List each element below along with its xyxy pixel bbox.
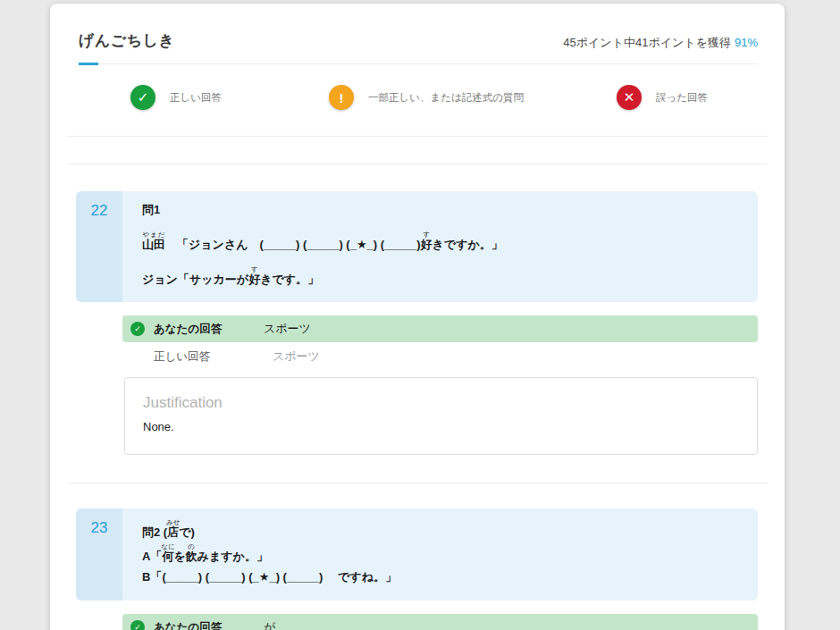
justification-label: Justification (143, 394, 739, 412)
question-block-23: 23 問2 (店みせで) A「何なにを飲のみますか。」 B「(_____) (_… (76, 508, 758, 601)
check-circle-icon: ✓ (130, 322, 145, 336)
results-header: げんごちしき 45ポイント中41ポイントを獲得91% (50, 4, 785, 51)
question-divider (67, 483, 768, 483)
your-answer-value: が (264, 619, 275, 630)
answers-section-23: ✓ あなたの回答 が 正しい回答 が (122, 614, 758, 630)
your-answer-label: あなたの回答 (154, 322, 264, 337)
correct-answer-value: スポーツ (273, 349, 320, 365)
score-text: 45ポイント中41ポイントを獲得 (563, 36, 731, 49)
your-answer-bar: ✓ あなたの回答 が (122, 614, 758, 630)
legend: ✓ 正しい回答 ! 一部正しい、または記述式の質問 ✕ 誤った回答 (67, 65, 768, 137)
check-circle-icon: ✓ (130, 620, 145, 630)
answers-section-22: ✓ あなたの回答 スポーツ 正しい回答 スポーツ Justification N… (122, 315, 758, 455)
justification-box: Justification None. (124, 377, 758, 455)
legend-label-partial: 一部正しい、または記述式の質問 (368, 91, 524, 105)
score-percent: 91% (735, 36, 758, 49)
legend-label-wrong: 誤った回答 (656, 91, 708, 105)
section-divider-strip (67, 137, 768, 164)
question-block-22: 22 問1 山田やまだ 「ジョンさん (_____) (_____) (_★_)… (76, 191, 758, 302)
question-text-line: B「(_____) (_____) (_★_) (_____) ですね。」 (142, 568, 740, 586)
check-circle-icon: ✓ (130, 85, 155, 110)
legend-item-wrong: ✕ 誤った回答 (617, 85, 708, 110)
question-text-line: 山田やまだ 「ジョンさん (_____) (_____) (_★_) (____… (142, 231, 740, 253)
your-answer-bar: ✓ あなたの回答 スポーツ (122, 315, 758, 342)
legend-label-correct: 正しい回答 (170, 91, 222, 105)
correct-answer-label: 正しい回答 (154, 349, 273, 365)
legend-item-correct: ✓ 正しい回答 (130, 85, 222, 110)
exclamation-circle-icon: ! (329, 85, 354, 110)
x-circle-icon: ✕ (617, 85, 642, 110)
question-heading: 問2 (店みせで) (142, 519, 740, 541)
question-body: 問2 (店みせで) A「何なにを飲のみますか。」 B「(_____) (____… (122, 508, 758, 601)
question-heading: 問1 (142, 202, 740, 218)
your-answer-label: あなたの回答 (154, 620, 264, 630)
results-card: げんごちしき 45ポイント中41ポイントを獲得91% ✓ 正しい回答 ! 一部正… (50, 4, 785, 630)
question-number: 23 (76, 508, 122, 601)
score-summary: 45ポイント中41ポイントを獲得91% (563, 35, 758, 51)
justification-value: None. (143, 420, 739, 433)
your-answer-value: スポーツ (264, 321, 311, 337)
question-text-line: ジョン「サッカーが好すきです。」 (142, 266, 740, 288)
question-text-line: A「何なにを飲のみますか。」 (142, 543, 740, 566)
correct-answer-row: 正しい回答 スポーツ (122, 342, 758, 371)
question-body: 問1 山田やまだ 「ジョンさん (_____) (_____) (_★_) (_… (122, 191, 758, 302)
question-number: 22 (76, 191, 122, 302)
page-title: げんごちしき (79, 30, 174, 51)
legend-item-partial: ! 一部正しい、または記述式の質問 (329, 85, 524, 110)
